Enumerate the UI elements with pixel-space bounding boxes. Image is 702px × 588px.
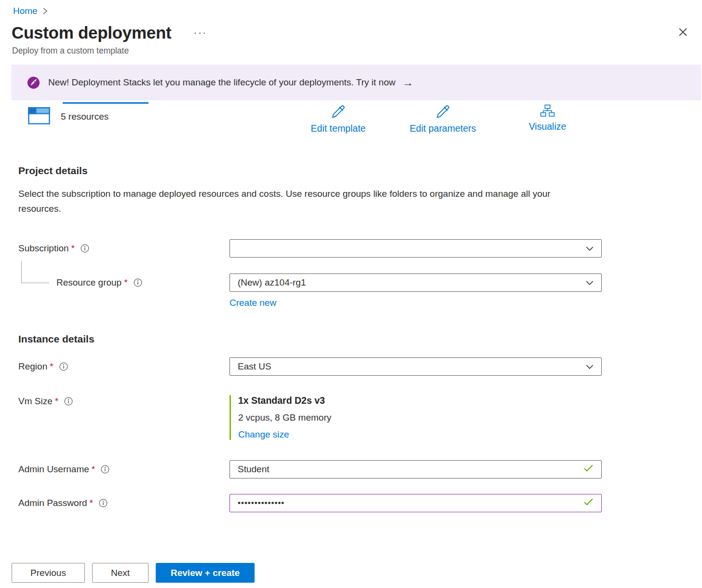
close-button[interactable]	[675, 25, 690, 41]
admin-password-label: Admin Password *	[18, 498, 230, 508]
vm-size-label: Vm Size *	[18, 396, 230, 407]
resources-count: 5 resources	[61, 111, 108, 122]
required-marker: *	[124, 277, 127, 288]
info-icon[interactable]	[81, 244, 89, 253]
chevron-down-icon	[586, 277, 594, 288]
region-row: Region * East US	[18, 357, 702, 376]
custom-deployment-page: Home Custom deployment ··· Deploy from a…	[0, 0, 702, 588]
admin-password-label-text: Admin Password	[18, 498, 87, 508]
admin-username-row: Admin Username * Student	[18, 460, 702, 479]
admin-username-label: Admin Username *	[18, 464, 230, 475]
change-size-link[interactable]: Change size	[238, 429, 289, 440]
instance-details-heading: Instance details	[18, 333, 702, 345]
wizard-footer: Previous Next Review + create	[12, 563, 255, 583]
banner-text: New! Deployment Stacks let you manage th…	[48, 77, 395, 88]
vm-size-row: Vm Size * 1x Standard D2s v3 2 vcpus, 8 …	[18, 395, 702, 440]
info-icon[interactable]	[99, 499, 108, 507]
info-icon[interactable]	[134, 278, 142, 287]
previous-button[interactable]: Previous	[12, 563, 85, 583]
chevron-down-icon	[586, 361, 594, 372]
org-chart-icon	[540, 104, 555, 120]
check-icon	[583, 498, 594, 508]
resource-group-row: Resource group * (New) az104-rg1	[18, 273, 702, 292]
pencil-icon	[331, 104, 346, 122]
visualize-label: Visualize	[529, 121, 567, 132]
vm-size-specs: 2 vcpus, 8 GB memory	[238, 412, 602, 423]
page-title: Custom deployment	[12, 23, 171, 42]
subscription-dropdown[interactable]	[230, 239, 602, 258]
pencil-icon	[435, 104, 450, 122]
create-new-row: Create new	[18, 298, 702, 308]
required-marker: *	[92, 464, 95, 475]
deployment-stacks-banner[interactable]: New! Deployment Stacks let you manage th…	[12, 65, 701, 100]
info-icon[interactable]	[101, 465, 109, 474]
indent-connector-line	[21, 261, 49, 283]
project-details-description: Select the subscription to manage deploy…	[18, 186, 573, 216]
vm-size-selection: 1x Standard D2s v3 2 vcpus, 8 GB memory …	[230, 395, 602, 440]
admin-username-label-text: Admin Username	[18, 464, 89, 475]
check-icon	[583, 464, 594, 475]
region-label: Region *	[18, 361, 230, 372]
resource-group-label: Resource group *	[18, 277, 230, 288]
chevron-down-icon	[586, 243, 594, 254]
required-marker: *	[90, 498, 93, 508]
more-options-button[interactable]: ···	[193, 27, 207, 38]
title-row: Custom deployment ···	[0, 16, 702, 42]
vm-size-label-text: Vm Size	[18, 396, 53, 407]
resource-group-label-text: Resource group	[56, 277, 122, 288]
required-marker: *	[71, 243, 75, 254]
admin-password-masked-value: ••••••••••••••	[238, 498, 284, 508]
subscription-row: Subscription *	[18, 239, 702, 258]
edit-parameters-label: Edit parameters	[410, 123, 476, 134]
required-marker: *	[50, 361, 53, 372]
create-new-link[interactable]: Create new	[230, 298, 276, 308]
truncated-link-underline	[63, 102, 148, 104]
vm-size-value: 1x Standard D2s v3	[238, 395, 602, 406]
admin-password-row: Admin Password * ••••••••••••••	[18, 494, 702, 512]
visualize-button[interactable]: Visualize	[495, 104, 600, 134]
resource-group-value: (New) az104-rg1	[238, 277, 306, 288]
edit-template-label: Edit template	[311, 123, 366, 134]
page-subtitle: Deploy from a custom template	[0, 42, 702, 56]
required-marker: *	[55, 396, 58, 407]
info-icon[interactable]	[59, 362, 68, 371]
close-icon	[678, 27, 688, 38]
template-summary: 5 resources	[28, 107, 108, 126]
review-create-button[interactable]: Review + create	[156, 563, 255, 583]
arrow-right-icon: →	[402, 77, 413, 88]
info-icon[interactable]	[64, 397, 73, 406]
admin-username-value: Student	[238, 464, 270, 475]
admin-password-input[interactable]: ••••••••••••••	[230, 494, 602, 512]
edit-parameters-button[interactable]: Edit parameters	[391, 104, 495, 134]
template-bar: 5 resources Edit template Edit parameter…	[0, 102, 702, 141]
template-actions: Edit template Edit parameters Visua	[286, 104, 600, 134]
edit-template-button[interactable]: Edit template	[286, 104, 391, 134]
breadcrumb: Home	[0, 0, 702, 16]
deployment-form: Subscription * Resource group *	[18, 239, 702, 512]
resource-group-dropdown[interactable]: (New) az104-rg1	[230, 273, 602, 292]
project-details-heading: Project details	[18, 165, 702, 177]
template-icon	[28, 107, 50, 126]
subscription-label: Subscription *	[18, 243, 230, 254]
chevron-right-icon	[42, 7, 48, 15]
next-button[interactable]: Next	[92, 563, 148, 583]
region-label-text: Region	[18, 361, 47, 372]
breadcrumb-home-link[interactable]: Home	[13, 6, 38, 16]
region-value: East US	[238, 361, 271, 372]
region-dropdown[interactable]: East US	[230, 357, 602, 376]
admin-username-input[interactable]: Student	[230, 460, 602, 479]
rocket-icon	[27, 76, 40, 89]
subscription-label-text: Subscription	[18, 243, 69, 254]
